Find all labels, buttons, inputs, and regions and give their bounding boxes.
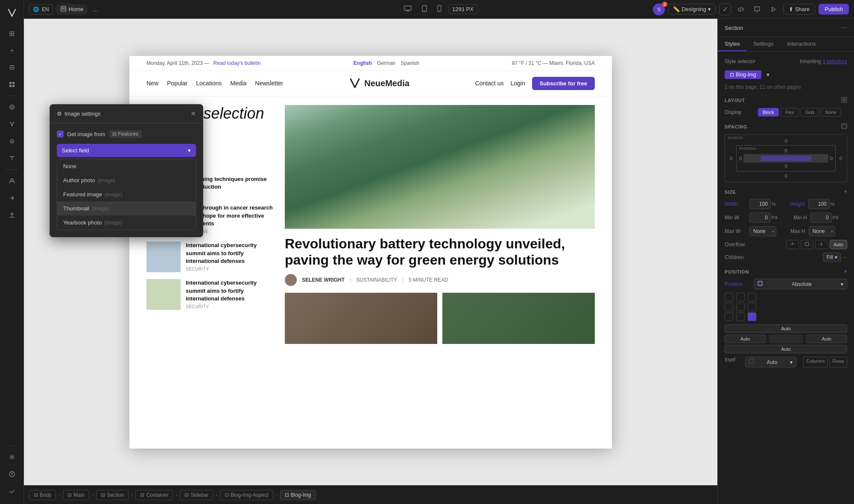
tab-styles[interactable]: Styles — [718, 37, 746, 51]
display-none-button[interactable]: None — [820, 108, 841, 117]
children-select[interactable]: Fill ▾ — [823, 253, 841, 262]
get-image-checkbox[interactable]: ✓ — [57, 131, 64, 137]
min-w-input[interactable] — [749, 213, 771, 223]
dropdown-item-thumbnail[interactable]: Thumbnail (Image) — [57, 201, 196, 216]
breadcrumb-blog-img[interactable]: ⊡ Blog-Img — [280, 490, 316, 500]
overflow-clip-h-button[interactable] — [786, 240, 799, 249]
assets-icon[interactable] — [4, 99, 20, 115]
viewport-size-display[interactable]: 1291 PX — [448, 4, 477, 14]
max-h-select[interactable]: None ▾ — [809, 226, 836, 236]
lang-spanish[interactable]: Spanish — [401, 60, 419, 66]
breadcrumb-body[interactable]: ⊟ Body — [29, 490, 56, 500]
integrations-icon[interactable] — [4, 190, 20, 206]
lang-english[interactable]: English — [354, 60, 372, 66]
help-icon[interactable] — [4, 466, 20, 482]
display-grid-button[interactable]: Grid — [801, 108, 819, 117]
offset-top-input[interactable] — [725, 324, 847, 333]
variables-icon[interactable] — [4, 117, 20, 132]
more-tabs-button[interactable]: ... — [91, 4, 100, 15]
offset-right-input[interactable] — [806, 335, 847, 343]
menu-layers-icon[interactable] — [4, 60, 20, 75]
contact-link[interactable]: Contact us — [475, 80, 504, 87]
subscribe-button[interactable]: Subscribe for free — [532, 77, 595, 90]
offset-left-input[interactable] — [725, 335, 766, 343]
home-tab[interactable]: Home — [56, 4, 88, 15]
article3-category: SECURITY — [186, 267, 275, 271]
anchor-mm[interactable] — [736, 303, 745, 311]
designing-mode-button[interactable]: ✏️ Designing ▾ — [668, 4, 716, 15]
columns-button[interactable]: Columns — [803, 357, 828, 367]
anchor-bl[interactable] — [725, 312, 733, 321]
overflow-auto-button[interactable]: Auto — [830, 240, 847, 249]
sidebar-options-button[interactable]: ··· — [842, 24, 847, 32]
position-expand-icon[interactable]: ▾ — [844, 269, 847, 274]
breadcrumb-section[interactable]: ⊟ Section — [96, 490, 129, 500]
publish-left-icon[interactable] — [4, 207, 20, 223]
dropdown-item-author-photo[interactable]: Author photo (Image) — [57, 173, 196, 187]
dropdown-item-yearbook-photo[interactable]: Yearbook photo (Image) — [57, 216, 196, 230]
blog-img-tag[interactable]: ⊡ Blog-Img — [725, 70, 761, 79]
canvas[interactable]: Monday, April 11th, 2023 — Read today's … — [24, 19, 717, 485]
rows-button[interactable]: Rows — [829, 357, 847, 367]
modal-close-button[interactable]: ✕ — [190, 110, 196, 118]
overflow-clip-v-button[interactable] — [815, 240, 828, 249]
anchor-br[interactable] — [748, 312, 756, 321]
effects-icon[interactable] — [4, 134, 20, 149]
dropdown-item-featured-image[interactable]: Featured image (Image) — [57, 187, 196, 201]
dropdown-item-none[interactable]: None — [57, 159, 196, 173]
read-bulletin-link[interactable]: Read today's bulletin — [214, 60, 261, 66]
breadcrumb-main[interactable]: ⊟ Main — [63, 490, 89, 500]
anchor-tl[interactable] — [725, 293, 733, 301]
max-w-select[interactable]: None ▾ — [749, 226, 776, 236]
code-view-button[interactable] — [734, 3, 747, 16]
overflow-clip-both-button[interactable] — [801, 240, 813, 249]
desktop-viewport-icon[interactable] — [401, 4, 415, 15]
position-select[interactable]: Absolute ▾ — [754, 279, 847, 289]
lang-german[interactable]: German — [377, 60, 395, 66]
components-icon[interactable] — [4, 77, 20, 92]
width-input[interactable] — [749, 199, 771, 209]
anchor-tr[interactable] — [748, 293, 756, 301]
select-field-button[interactable]: Select field ▾ — [57, 144, 196, 157]
offset-bottom-input[interactable] — [725, 345, 847, 353]
selector-chevron[interactable]: ▾ — [766, 71, 769, 78]
breadcrumb-blog-img-aspect[interactable]: ⊡ Blog-Img-Aspect — [220, 490, 273, 500]
nav-media[interactable]: Media — [230, 80, 246, 87]
min-h-input[interactable] — [810, 213, 832, 223]
anchor-bm[interactable] — [736, 312, 745, 321]
share-button[interactable]: ⬆ Share — [783, 4, 815, 15]
nav-popular[interactable]: Popular — [167, 80, 187, 87]
users-icon[interactable] — [4, 173, 20, 189]
preview-check-button[interactable]: ✓ — [719, 3, 731, 15]
itself-select[interactable]: Auto ▾ — [745, 357, 796, 367]
anchor-tm[interactable] — [736, 293, 745, 301]
mobile-viewport-icon[interactable] — [434, 3, 445, 15]
display-block-button[interactable]: Block — [758, 108, 779, 117]
login-link[interactable]: Login — [510, 80, 525, 87]
height-input[interactable] — [808, 199, 830, 209]
children-options-button[interactable]: ··· — [843, 254, 847, 260]
display-flex-button[interactable]: Flex — [781, 108, 799, 117]
tab-interactions[interactable]: Interactions — [780, 37, 822, 51]
publish-button[interactable]: Publish — [819, 4, 849, 15]
nav-new[interactable]: New — [146, 80, 158, 87]
settings-icon[interactable] — [4, 449, 20, 465]
size-expand-icon[interactable]: ▾ — [844, 189, 847, 195]
breadcrumb-sidebar[interactable]: ⊟ Sidebar — [180, 490, 213, 500]
comment-button[interactable] — [751, 3, 763, 16]
checkmark-icon[interactable] — [4, 484, 20, 499]
tab-settings[interactable]: Settings — [746, 37, 780, 51]
play-preview-button[interactable] — [767, 3, 780, 16]
anchor-ml[interactable] — [725, 303, 733, 311]
nav-newsletter[interactable]: Newsletter — [255, 80, 283, 87]
selectors-link[interactable]: 3 selectors — [822, 58, 847, 64]
typography-icon[interactable] — [4, 151, 20, 166]
nav-locations[interactable]: Locations — [196, 80, 222, 87]
pages-icon[interactable]: ⊞ — [4, 26, 20, 41]
breadcrumb-container[interactable]: ⊟ Container — [135, 490, 173, 500]
language-selector[interactable]: 🌐 EN — [29, 4, 53, 15]
avatar-button[interactable]: S 2 — [653, 3, 665, 15]
tablet-viewport-icon[interactable] — [418, 3, 430, 15]
anchor-mr[interactable] — [748, 303, 756, 311]
add-section-icon[interactable]: ＋ — [4, 43, 20, 58]
